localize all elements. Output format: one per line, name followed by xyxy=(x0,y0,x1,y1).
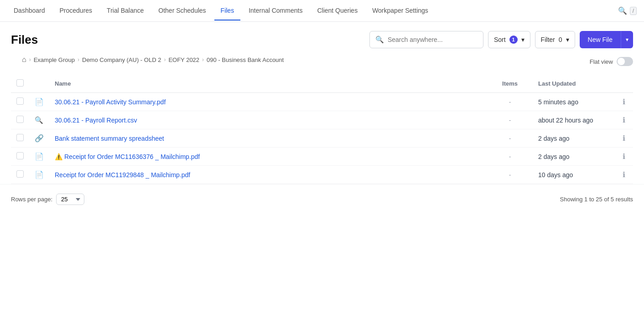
sort-chevron-icon: ▾ xyxy=(521,36,525,43)
info-icon[interactable]: ℹ xyxy=(623,98,625,106)
nav-item-files[interactable]: Files xyxy=(214,1,241,20)
row-checkbox-cell xyxy=(11,111,29,129)
flat-view-label: Flat view xyxy=(590,58,613,65)
breadcrumb: ⌂ › Example Group › Demo Company (AU) - … xyxy=(11,54,295,69)
row-info-cell: ℹ xyxy=(615,93,633,111)
table-row: 📄 ⚠️Receipt for Order MC11636376 _ Mailc… xyxy=(11,148,633,166)
sort-button[interactable]: Sort 1 ▾ xyxy=(488,31,530,48)
breadcrumb-item-2[interactable]: EOFY 2022 xyxy=(168,56,199,63)
row-items-cell: - xyxy=(487,166,533,184)
row-last-updated-cell: 10 days ago xyxy=(533,166,615,184)
files-table-container: Name Items Last Updated 📄 30.06.21 - Pay… xyxy=(0,75,644,184)
row-last-updated-cell: about 22 hours ago xyxy=(533,111,615,129)
row-items-cell: - xyxy=(487,129,533,148)
sort-label: Sort xyxy=(494,36,506,43)
rows-per-page-area: Rows per page: 10 25 50 100 xyxy=(11,194,84,205)
row-info-cell: ℹ xyxy=(615,166,633,184)
breadcrumb-item-0[interactable]: Example Group xyxy=(34,56,75,63)
col-header-last-updated: Last Updated xyxy=(533,75,615,93)
file-name-link[interactable]: Bank statement summary spreadsheet xyxy=(55,135,164,142)
row-items-cell: - xyxy=(487,93,533,111)
row-checkbox[interactable] xyxy=(16,134,24,141)
info-icon[interactable]: ℹ xyxy=(623,134,625,142)
file-pdf-icon: 📄 xyxy=(35,153,44,160)
file-link-icon: 🔗 xyxy=(35,134,44,142)
warning-icon: ⚠️ xyxy=(55,153,62,160)
filter-button[interactable]: Filter 0 ▾ xyxy=(535,31,575,48)
info-icon[interactable]: ℹ xyxy=(623,116,625,124)
file-name-link[interactable]: 30.06.21 - Payroll Report.csv xyxy=(55,117,137,124)
search-box: 🔍 xyxy=(369,31,483,48)
search-shortcut: / xyxy=(630,7,637,15)
nav-item-other-schedules[interactable]: Other Schedules xyxy=(152,1,212,20)
nav-item-internal-comments[interactable]: Internal Comments xyxy=(242,1,309,20)
filter-count: 0 xyxy=(559,36,562,43)
search-icon: 🔍 xyxy=(375,36,384,44)
filter-chevron-icon: ▾ xyxy=(566,36,569,43)
nav-item-trial-balance[interactable]: Trial Balance xyxy=(100,1,150,20)
files-table: Name Items Last Updated 📄 30.06.21 - Pay… xyxy=(11,75,633,184)
row-last-updated-cell: 2 days ago xyxy=(533,129,615,148)
col-header-icon xyxy=(29,75,49,93)
file-name-link[interactable]: Receipt for Order MC11636376 _ Mailchimp… xyxy=(64,153,200,160)
row-name-cell: 30.06.21 - Payroll Report.csv xyxy=(49,111,487,129)
row-info-cell: ℹ xyxy=(615,148,633,166)
row-name-cell: Receipt for Order MC11929848 _ Mailchimp… xyxy=(49,166,487,184)
row-items-cell: - xyxy=(487,111,533,129)
filter-label: Filter xyxy=(541,36,555,43)
row-icon-cell: 🔍 xyxy=(29,111,49,129)
table-row: 🔍 30.06.21 - Payroll Report.csv - about … xyxy=(11,111,633,129)
pagination-info: Showing 1 to 25 of 5 results xyxy=(560,196,633,203)
row-checkbox[interactable] xyxy=(16,97,24,105)
nav-item-dashboard[interactable]: Dashboard xyxy=(7,1,52,20)
file-name-link[interactable]: Receipt for Order MC11929848 _ Mailchimp… xyxy=(55,171,190,179)
page-header: Files 🔍 Sort 1 ▾ Filter 0 ▾ New File ▾ xyxy=(0,22,644,54)
row-icon-cell: 📄 xyxy=(29,93,49,111)
table-row: 🔗 Bank statement summary spreadsheet - 2… xyxy=(11,129,633,148)
row-name-cell: ⚠️Receipt for Order MC11636376 _ Mailchi… xyxy=(49,148,487,166)
select-all-checkbox[interactable] xyxy=(16,79,24,87)
top-nav: Dashboard Procedures Trial Balance Other… xyxy=(0,0,644,22)
file-pdf-icon: 📄 xyxy=(35,98,44,106)
nav-item-procedures[interactable]: Procedures xyxy=(53,1,99,20)
row-checkbox-cell xyxy=(11,166,29,184)
breadcrumb-item-3[interactable]: 090 - Business Bank Account xyxy=(207,56,284,63)
row-checkbox[interactable] xyxy=(16,116,24,123)
breadcrumb-home-icon[interactable]: ⌂ xyxy=(22,56,26,64)
table-row: 📄 Receipt for Order MC11929848 _ Mailchi… xyxy=(11,166,633,184)
search-input[interactable] xyxy=(388,36,478,43)
nav-search-area: 🔍 / xyxy=(618,6,637,15)
row-items-cell: - xyxy=(487,148,533,166)
nav-item-client-queries[interactable]: Client Queries xyxy=(311,1,364,20)
new-file-chevron-icon: ▾ xyxy=(626,36,628,43)
file-name-link[interactable]: 30.06.21 - Payroll Activity Summary.pdf xyxy=(55,98,166,106)
info-icon[interactable]: ℹ xyxy=(623,153,625,160)
row-last-updated-cell: 5 minutes ago xyxy=(533,93,615,111)
row-checkbox[interactable] xyxy=(16,152,24,159)
breadcrumb-sep-0: › xyxy=(29,56,31,63)
row-info-cell: ℹ xyxy=(615,129,633,148)
breadcrumb-item-1[interactable]: Demo Company (AU) - OLD 2 xyxy=(82,56,161,63)
toggle-knob xyxy=(618,58,625,65)
row-checkbox-cell xyxy=(11,93,29,111)
row-icon-cell: 🔗 xyxy=(29,129,49,148)
rows-per-page-select[interactable]: 10 25 50 100 xyxy=(56,194,84,205)
flat-view-toggle[interactable] xyxy=(617,57,633,66)
new-file-dropdown-button[interactable]: ▾ xyxy=(621,31,633,48)
info-icon[interactable]: ℹ xyxy=(623,171,625,179)
flat-view-toggle-area: Flat view xyxy=(590,57,633,66)
pagination-bar: Rows per page: 10 25 50 100 Showing 1 to… xyxy=(0,184,644,214)
table-row: 📄 30.06.21 - Payroll Activity Summary.pd… xyxy=(11,93,633,111)
file-pdf-icon: 📄 xyxy=(35,171,44,179)
row-name-cell: Bank statement summary spreadsheet xyxy=(49,129,487,148)
row-checkbox[interactable] xyxy=(16,170,24,178)
page-title: Files xyxy=(11,33,38,47)
search-icon[interactable]: 🔍 xyxy=(618,6,627,15)
sort-count-badge: 1 xyxy=(509,36,518,44)
new-file-button[interactable]: New File xyxy=(580,31,621,48)
col-header-info xyxy=(615,75,633,93)
file-csv-icon: 🔍 xyxy=(35,116,43,124)
nav-item-workpaper-settings[interactable]: Workpaper Settings xyxy=(366,1,435,20)
rows-per-page-label: Rows per page: xyxy=(11,196,52,203)
breadcrumb-row: ⌂ › Example Group › Demo Company (AU) - … xyxy=(0,54,644,75)
